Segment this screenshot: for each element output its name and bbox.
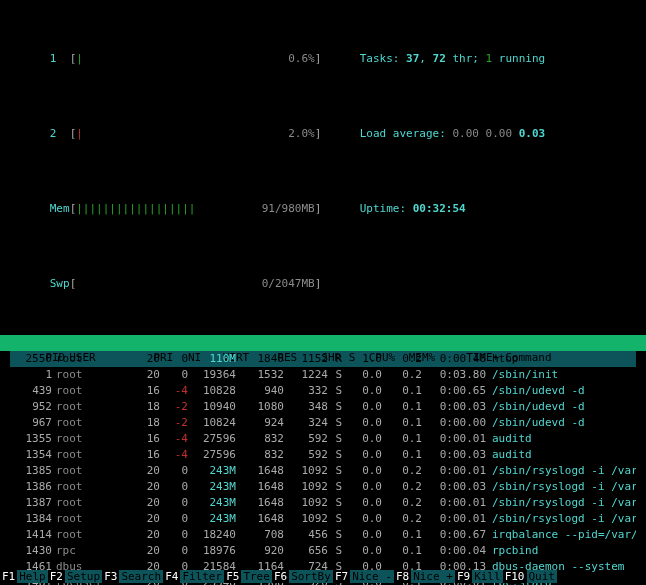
cell-time: 0:00.03	[422, 447, 486, 462]
fnkey-f9[interactable]: F9	[455, 570, 472, 583]
fnkey-f3[interactable]: F3	[102, 570, 119, 583]
cell-pri: 18	[130, 399, 160, 414]
cell-mem: 0.1	[382, 399, 422, 414]
fnkey-f1[interactable]: F1	[0, 570, 17, 583]
fnkey-f5[interactable]: F5	[224, 570, 241, 583]
cell-mem: 0.1	[382, 431, 422, 446]
table-row[interactable]: 952root18-2109401080348S0.00.10:00.03/sb…	[10, 399, 636, 415]
cell-s: S	[328, 431, 342, 446]
cell-pid: 2550	[10, 351, 52, 366]
cell-res: 1648	[236, 511, 284, 526]
cell-time: 0:00.03	[422, 479, 486, 494]
table-row[interactable]: 1385root200243M16481092S0.00.20:00.01/sb…	[10, 463, 636, 479]
fnkey-label-f10[interactable]: Quit	[527, 570, 558, 583]
table-row[interactable]: 1root2001936415321224S0.00.20:03.80/sbin…	[10, 367, 636, 383]
cell-time: 0:00.01	[422, 431, 486, 446]
fnkey-label-f7[interactable]: Nice -	[350, 570, 394, 583]
cell-mem: 0.2	[382, 511, 422, 526]
cell-s: S	[328, 447, 342, 462]
fnkey-f4[interactable]: F4	[163, 570, 180, 583]
table-row[interactable]: 1414root20018240708456S0.00.10:00.67irqb…	[10, 527, 636, 543]
cell-shr: 656	[284, 543, 328, 558]
cell-res: 708	[236, 527, 284, 542]
cell-virt: 10824	[188, 415, 236, 430]
mem-value: 91/980MB	[262, 202, 315, 215]
cell-virt: 18976	[188, 543, 236, 558]
cell-shr: 1224	[284, 367, 328, 382]
cell-cmd: rpcbind	[486, 543, 538, 558]
fnkey-f6[interactable]: F6	[272, 570, 289, 583]
fnkey-f8[interactable]: F8	[394, 570, 411, 583]
cell-virt: 19364	[188, 367, 236, 382]
cell-cmd: /sbin/init	[486, 367, 558, 382]
uptime-value: 00:32:54	[413, 202, 466, 215]
cell-cmd: /sbin/rsyslogd -i /var/run/	[486, 479, 636, 494]
cell-cmd: htop	[486, 351, 519, 366]
cell-shr: 592	[284, 447, 328, 462]
cell-res: 1648	[236, 479, 284, 494]
uptime-label: Uptime:	[360, 202, 413, 215]
cell-cpu: 0.0	[342, 447, 382, 462]
cell-shr: 1092	[284, 479, 328, 494]
cell-ni: 0	[160, 495, 188, 510]
cell-virt: 10940	[188, 399, 236, 414]
function-key-bar: F1HelpF2SetupF3SearchF4FilterF5TreeF6Sor…	[0, 569, 646, 585]
mem-bar: ||||||||||||||||||	[76, 202, 195, 215]
cell-cpu: 0.0	[342, 399, 382, 414]
table-row[interactable]: 1386root200243M16481092S0.00.20:00.03/sb…	[10, 479, 636, 495]
table-row[interactable]: 1430rpc20018976920656S0.00.10:00.04rpcbi…	[10, 543, 636, 559]
table-row[interactable]: 439root16-410828940332S0.00.10:00.65/sbi…	[10, 383, 636, 399]
cell-res: 1648	[236, 495, 284, 510]
cell-shr: 1152	[284, 351, 328, 366]
fnkey-label-f1[interactable]: Help	[17, 570, 48, 583]
cell-ni: -2	[160, 399, 188, 414]
cell-ni: 0	[160, 367, 188, 382]
cell-cpu: 0.0	[342, 495, 382, 510]
mem-label: Mem	[50, 202, 70, 215]
cell-time: 0:00.67	[422, 527, 486, 542]
cell-cpu: 1.0	[342, 351, 382, 366]
cell-cmd: /sbin/udevd -d	[486, 399, 585, 414]
fnkey-label-f3[interactable]: Search	[119, 570, 163, 583]
cell-time: 0:00.65	[422, 383, 486, 398]
cell-pri: 20	[130, 351, 160, 366]
cpu2-value: 2.0%	[288, 127, 315, 140]
cell-cpu: 0.0	[342, 479, 382, 494]
cell-user: root	[52, 527, 130, 542]
cell-shr: 324	[284, 415, 328, 430]
cell-shr: 348	[284, 399, 328, 414]
cell-pid: 1385	[10, 463, 52, 478]
fnkey-label-f6[interactable]: SortBy	[289, 570, 333, 583]
cpu2-bar: |	[76, 127, 83, 140]
process-list[interactable]: 2550root200110M18401152R1.00.20:00.46hto…	[0, 351, 646, 585]
cell-res: 1532	[236, 367, 284, 382]
fnkey-f2[interactable]: F2	[48, 570, 65, 583]
cell-user: root	[52, 511, 130, 526]
table-row[interactable]: 1354root16-427596832592S0.00.10:00.03aud…	[10, 447, 636, 463]
fnkey-label-f2[interactable]: Setup	[65, 570, 102, 583]
cell-shr: 592	[284, 431, 328, 446]
fnkey-label-f9[interactable]: Kill	[472, 570, 503, 583]
cell-pid: 967	[10, 415, 52, 430]
load-5: 0.00	[486, 127, 513, 140]
cell-time: 0:00.01	[422, 463, 486, 478]
table-row[interactable]: 1387root200243M16481092S0.00.20:00.01/sb…	[10, 495, 636, 511]
cell-res: 920	[236, 543, 284, 558]
table-row[interactable]: 1355root16-427596832592S0.00.10:00.01aud…	[10, 431, 636, 447]
cell-user: root	[52, 447, 130, 462]
cell-pid: 1414	[10, 527, 52, 542]
table-row[interactable]: 1384root200243M16481092S0.00.20:00.01/sb…	[10, 511, 636, 527]
cell-user: root	[52, 415, 130, 430]
cell-cpu: 0.0	[342, 431, 382, 446]
fnkey-f7[interactable]: F7	[333, 570, 350, 583]
cell-pid: 1386	[10, 479, 52, 494]
fnkey-label-f5[interactable]: Tree	[241, 570, 272, 583]
column-header-row[interactable]: PIDUSERPRINIVIRTRESSHRSCPU%MEM%TIME+Comm…	[0, 335, 646, 351]
cell-ni: -4	[160, 447, 188, 462]
cell-s: S	[328, 383, 342, 398]
fnkey-label-f8[interactable]: Nice +	[411, 570, 455, 583]
fnkey-f10[interactable]: F10	[503, 570, 527, 583]
cell-virt: 243M	[188, 463, 236, 478]
table-row[interactable]: 967root18-210824924324S0.00.10:00.00/sbi…	[10, 415, 636, 431]
fnkey-label-f4[interactable]: Filter	[180, 570, 224, 583]
